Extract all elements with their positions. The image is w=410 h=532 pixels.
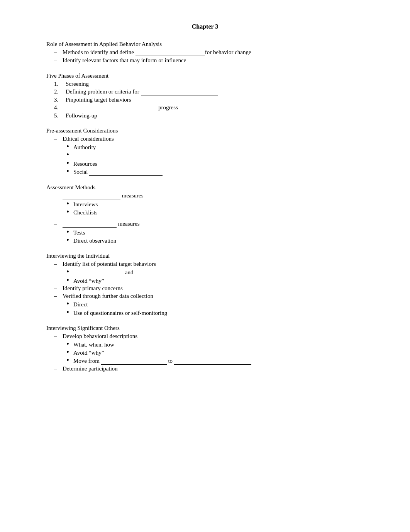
blank-defining — [141, 88, 218, 95]
dash-text-methods: Methods to identify and define for behav… — [63, 49, 364, 56]
text-blank-and: and — [73, 269, 364, 276]
section-five-phases: Five Phases of Assessment 1. Screening 2… — [46, 73, 364, 119]
blank-social — [89, 169, 163, 176]
dash-symbol: – — [54, 49, 63, 56]
bullet-direct-observation: • Direct observation — [66, 237, 364, 244]
blank-and-1 — [73, 269, 124, 276]
dash-text-identify-list: Identify list of potential target behavi… — [63, 261, 364, 267]
dash-item-ethical: – Ethical considerations — [46, 136, 364, 142]
blank-indirect — [63, 192, 120, 199]
text-what-when-how: What, when, how — [73, 342, 364, 348]
text-avoid-why-individual: Avoid “why” — [73, 278, 364, 284]
text-blank-2 — [73, 152, 364, 159]
bullet-list-ethical: • Authority • • Resources • Social — [46, 143, 364, 176]
dash-symbol: – — [54, 57, 63, 64]
bullet-social: • Social — [66, 168, 364, 176]
blank-ethical-2 — [73, 152, 181, 159]
bullet-authority: • Authority — [66, 143, 364, 151]
text-social-label: Social — [73, 169, 89, 175]
text-factors-before: Identify relevant factors that may infor… — [63, 57, 188, 63]
bullet-dot: • — [66, 268, 73, 275]
blank-direct-obs — [89, 301, 170, 308]
text-tests: Tests — [73, 229, 364, 236]
num-1: 1. — [54, 81, 66, 87]
bullet-dot: • — [66, 143, 73, 150]
text-interviews: Interviews — [73, 201, 364, 208]
bullet-list-verified: • Direct • Use of questionnaires or self… — [46, 301, 364, 316]
bullet-dot: • — [66, 340, 73, 348]
dash-symbol-identify-list: – — [54, 261, 63, 267]
dash-text-develop: Develop behavioral descriptions — [63, 333, 364, 340]
bullet-questionnaires: • Use of questionnaires or self-monitori… — [66, 309, 364, 316]
list-item-following-up: 5. Following-up — [54, 112, 364, 119]
dash-symbol-indirect: – — [54, 192, 63, 199]
list-item-screening: 1. Screening — [54, 81, 364, 87]
bullet-list-indirect: • Interviews • Checklists — [46, 201, 364, 216]
bullet-dot: • — [66, 151, 73, 158]
blank-direct — [63, 221, 117, 228]
bullet-list-develop: • What, when, how • Avoid “why” • Move f… — [46, 341, 364, 365]
text-progress-label: progress — [158, 104, 178, 110]
section-heading-significant-others: Interviewing Significant Others — [46, 325, 364, 331]
blank-methods — [136, 49, 205, 56]
list-item-blank-progress: 4. progress — [54, 104, 364, 111]
bullet-avoid-why-others: • Avoid “why” — [66, 349, 364, 356]
dash-text-verified: Verified through further data collection — [63, 293, 364, 299]
text-direct-label: Direct — [73, 301, 89, 308]
dash-text-factors: Identify relevant factors that may infor… — [63, 57, 364, 64]
dash-symbol-ethical: – — [54, 136, 63, 142]
bullet-tests: • Tests — [66, 229, 364, 236]
text-and: and — [124, 269, 135, 275]
dash-text-ethical: Ethical considerations — [63, 136, 364, 142]
dash-item-develop-behavioral: – Develop behavioral descriptions — [46, 333, 364, 340]
text-defining-before: Defining problem or criteria for — [66, 88, 141, 95]
dash-item-direct-measures: – measures — [46, 221, 364, 228]
section-pre-assessment: Pre-assessment Considerations – Ethical … — [46, 127, 364, 176]
num-4: 4. — [54, 104, 66, 111]
text-direct-blank: Direct — [73, 301, 364, 308]
dash-item-identify-factors: – Identify relevant factors that may inf… — [46, 57, 364, 64]
text-questionnaires: Use of questionnaires or self-monitoring — [73, 310, 364, 316]
section-heading-role: Role of Assessment in Applied Behavior A… — [46, 41, 364, 48]
bullet-list-direct: • Tests • Direct observation — [46, 229, 364, 244]
bullet-avoid-why-individual: • Avoid “why” — [66, 277, 364, 284]
dash-symbol-determine: – — [54, 365, 63, 372]
bullet-blank-2: • — [66, 151, 364, 159]
text-checklists: Checklists — [73, 209, 364, 216]
section-heading-assessment-methods: Assessment Methods — [46, 184, 364, 191]
text-following-up: Following-up — [66, 112, 364, 119]
text-move-from: Move from to — [73, 358, 364, 365]
bullet-interviews: • Interviews — [66, 201, 364, 208]
text-methods-after: for behavior change — [205, 49, 251, 55]
bullet-direct-blank: • Direct — [66, 301, 364, 308]
bullet-dot: • — [66, 228, 73, 236]
text-measures-1: measures — [120, 192, 144, 199]
bullet-dot: • — [66, 356, 73, 364]
bullet-what-when-how: • What, when, how — [66, 341, 364, 348]
num-5: 5. — [54, 112, 66, 119]
list-item-pinpointing: 3. Pinpointing target behaviors — [54, 97, 364, 103]
text-methods-before: Methods to identify and define — [63, 49, 136, 55]
dash-symbol-primary-concerns: – — [54, 285, 63, 292]
bullet-dot: • — [66, 159, 73, 167]
section-heading-interviewing-individual: Interviewing the Individual — [46, 253, 364, 259]
dash-text-primary-concerns: Identify primary concerns — [63, 285, 364, 292]
blank-move-from — [101, 358, 167, 365]
dash-item-determine-participation: – Determine participation — [46, 365, 364, 372]
text-resources: Resources — [73, 161, 364, 167]
text-avoid-why-others: Avoid “why” — [73, 350, 364, 356]
dash-item-indirect-measures: – measures — [46, 192, 364, 199]
bullet-dot: • — [66, 276, 73, 284]
bullet-dot: • — [66, 200, 73, 207]
dash-item-primary-concerns: – Identify primary concerns — [46, 285, 364, 292]
blank-progress — [66, 104, 158, 111]
num-2: 2. — [54, 88, 66, 95]
text-pinpointing: Pinpointing target behaviors — [66, 97, 364, 103]
text-progress: progress — [66, 104, 364, 111]
text-social: Social — [73, 169, 364, 176]
bullet-dot: • — [66, 308, 73, 316]
bullet-blank-and: • and — [66, 269, 364, 276]
dash-item-identify-list: – Identify list of potential target beha… — [46, 261, 364, 267]
dash-symbol-develop: – — [54, 333, 63, 340]
dash-item-methods: – Methods to identify and define for beh… — [46, 49, 364, 56]
